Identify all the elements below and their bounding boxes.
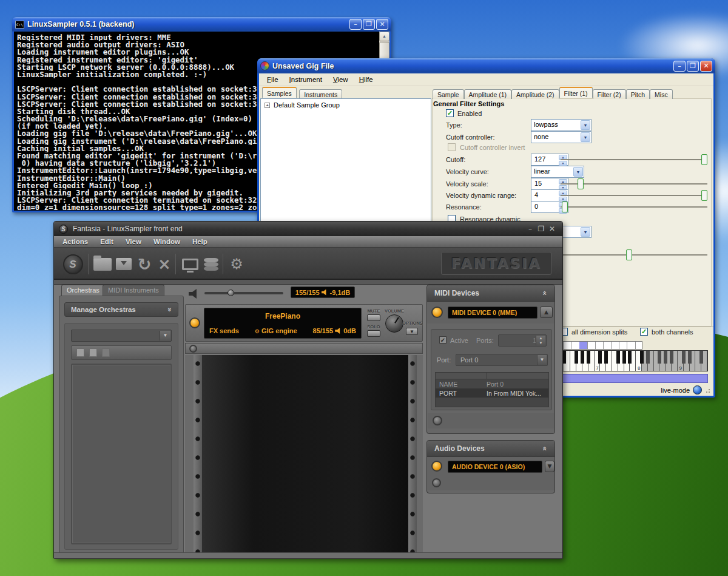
chevron-down-icon[interactable]: ▼ [537, 355, 547, 365]
maximize-button[interactable]: ❐ [536, 225, 547, 233]
new-midi-device-power-button[interactable] [433, 416, 442, 425]
channel-lcd[interactable]: FreePiano FX sends ⚙ GIG engine 85/1550d… [204, 308, 362, 339]
piano-black-key[interactable] [587, 351, 590, 364]
edit-orchestra-icon[interactable] [89, 348, 97, 357]
spin-up-down-icon[interactable]: ▲▼ [536, 336, 545, 345]
instruments-db-button[interactable] [201, 254, 221, 274]
piano-black-key[interactable] [646, 351, 650, 364]
solo-button[interactable] [367, 330, 380, 337]
selected-region-cell[interactable] [579, 342, 587, 349]
chevron-down-icon[interactable]: ▼ [573, 167, 583, 177]
fx-sends-button[interactable]: FX sends [209, 327, 239, 334]
resonance-slider[interactable] [561, 202, 707, 212]
audio-devices-header[interactable]: Audio Devices « [427, 441, 554, 457]
menu-instrument[interactable]: Instrument [285, 75, 326, 84]
tab-amplitude-1[interactable]: Amplitude (1) [464, 89, 511, 99]
tab-pitch[interactable]: Pitch [626, 89, 650, 99]
channel-volume-knob[interactable] [385, 314, 403, 333]
cutoff-controller-select[interactable]: none ▼ [531, 131, 592, 143]
slider-handle[interactable] [562, 202, 568, 212]
sampler-info-button[interactable]: S [61, 254, 84, 274]
midi-device-menu-button[interactable]: ▲ [540, 307, 553, 318]
chevron-down-icon[interactable]: ▼ [581, 120, 590, 130]
options-button[interactable]: ▼ [406, 328, 418, 335]
resize-grip[interactable] [705, 388, 710, 393]
fantasia-titlebar[interactable]: S Fantasia - LinuxSampler front end – ❐ … [54, 222, 562, 236]
orchestra-list[interactable] [71, 364, 172, 544]
manage-orchestras-header[interactable]: Manage Orchestras « [64, 302, 178, 317]
audio-device-menu-button[interactable]: ▼ [545, 461, 554, 472]
port-select[interactable]: Port 0 ▼ [456, 354, 548, 366]
cutoff-slider[interactable] [561, 154, 707, 165]
slider-handle[interactable] [701, 190, 707, 201]
slider-handle[interactable] [578, 178, 584, 189]
piano-black-key[interactable] [628, 351, 632, 364]
midi-devices-button[interactable] [179, 254, 201, 274]
master-volume-slider[interactable] [204, 292, 283, 294]
minimize-button[interactable]: – [349, 19, 362, 30]
velocity-dynamic-range-slider[interactable] [561, 190, 707, 201]
piano-black-key[interactable] [575, 351, 578, 364]
live-mode-icon[interactable] [693, 385, 702, 395]
expand-icon[interactable]: + [265, 103, 270, 108]
tab-sample[interactable]: Sample [433, 89, 464, 99]
audio-device-display[interactable]: AUDIO DEVICE 0 (ASIO) [448, 461, 542, 473]
piano-black-key[interactable] [616, 351, 620, 364]
menu-file[interactable]: File [263, 75, 283, 84]
maximize-button[interactable]: ❐ [363, 19, 375, 30]
midi-devices-header[interactable]: MIDI Devices « [427, 285, 554, 302]
minimize-button[interactable]: – [673, 61, 686, 72]
port-parameters-table[interactable]: NAME Port 0 PORT In From MIDI Yok... [435, 372, 549, 407]
ports-spinner[interactable]: 1 ▲▼ [498, 334, 547, 347]
new-audio-device-power-button[interactable] [432, 478, 441, 487]
piano-black-key[interactable] [664, 351, 667, 364]
channel-power-button[interactable] [189, 317, 200, 328]
piano-black-key[interactable] [699, 351, 703, 364]
slider-handle[interactable] [701, 154, 707, 165]
tab-misc[interactable]: Misc [650, 89, 673, 99]
new-orchestra-icon[interactable] [76, 348, 84, 357]
tab-filter-2[interactable]: Filter (2) [593, 89, 626, 99]
close-button[interactable]: × [376, 19, 388, 30]
tab-orchestras[interactable]: Orchestras [61, 285, 105, 296]
chevron-down-icon[interactable]: ▼ [581, 227, 590, 237]
preferences-button[interactable]: ⚙ [226, 254, 247, 274]
engine-selector[interactable]: ⚙ GIG engine [255, 327, 297, 334]
piano-black-key[interactable] [670, 351, 673, 364]
midi-device-power-button[interactable] [431, 307, 443, 318]
piano-black-key[interactable] [562, 351, 566, 364]
tab-instruments[interactable]: Instruments [299, 89, 342, 99]
terminal-titlebar[interactable]: C:\ LinuxSampler 0.5.1 (backend) – ❐ × [12, 17, 391, 32]
piano-black-key[interactable] [658, 351, 661, 364]
piano-black-key[interactable] [581, 351, 584, 364]
gigedit-titlebar[interactable]: Unsaved Gig File – ❐ ✕ [257, 58, 715, 73]
menu-edit[interactable]: Edit [100, 238, 113, 245]
type-select[interactable]: lowpass ▼ [531, 119, 592, 131]
piano-black-key[interactable] [598, 351, 602, 364]
tree-item-default-sample-group[interactable]: + Default Sample Group [261, 99, 431, 111]
tab-midi-instruments[interactable]: MIDI Instruments [103, 285, 164, 296]
menu-actions[interactable]: Actions [62, 238, 88, 245]
velocity-curve-select[interactable]: linear ▼ [531, 166, 584, 178]
orchestra-combo[interactable]: ▼ [71, 330, 172, 342]
tab-amplitude-2[interactable]: Amplitude (2) [511, 89, 559, 99]
menu-view[interactable]: View [126, 238, 141, 245]
close-button[interactable]: ✕ [700, 61, 712, 72]
velocity-scale-slider[interactable] [561, 178, 707, 189]
menu-help[interactable]: Hilfe [355, 75, 377, 84]
piano-black-key[interactable] [688, 351, 692, 364]
open-session-button[interactable] [92, 254, 113, 274]
reset-sampler-button[interactable]: × [155, 254, 174, 274]
tab-samples[interactable]: Samples [262, 87, 297, 98]
piano-black-key[interactable] [640, 351, 644, 364]
chevron-down-icon[interactable]: ▼ [160, 331, 170, 341]
master-volume-knob[interactable] [228, 290, 234, 296]
enabled-checkbox[interactable]: ✓ [446, 109, 454, 117]
menu-help[interactable]: Help [192, 238, 207, 245]
active-checkbox[interactable]: ✓ [439, 336, 447, 344]
tab-filter-1[interactable]: Filter (1) [559, 87, 593, 98]
menu-view[interactable]: View [329, 75, 352, 84]
new-channel-power-button[interactable] [189, 345, 197, 353]
audio-device-power-button[interactable] [431, 461, 442, 472]
mute-button[interactable] [367, 314, 380, 321]
